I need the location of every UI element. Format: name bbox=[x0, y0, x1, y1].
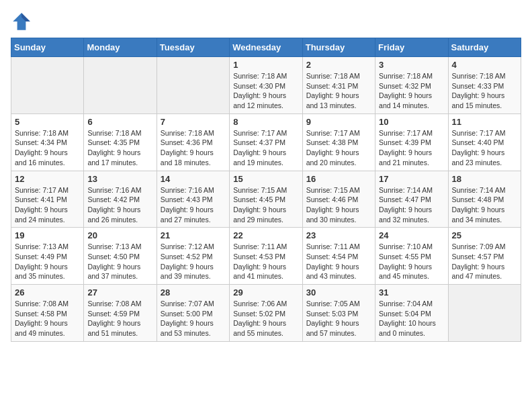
calendar-cell: 10Sunrise: 7:17 AM Sunset: 4:39 PM Dayli… bbox=[375, 113, 448, 171]
day-info: Sunrise: 7:08 AM Sunset: 4:58 PM Dayligh… bbox=[15, 299, 80, 338]
calendar-week-5: 26Sunrise: 7:08 AM Sunset: 4:58 PM Dayli… bbox=[11, 285, 521, 342]
calendar-cell: 30Sunrise: 7:05 AM Sunset: 5:03 PM Dayli… bbox=[302, 285, 375, 342]
day-info: Sunrise: 7:14 AM Sunset: 4:48 PM Dayligh… bbox=[452, 185, 517, 225]
day-number: 12 bbox=[15, 174, 80, 184]
day-number: 26 bbox=[15, 287, 80, 298]
day-number: 21 bbox=[161, 230, 226, 240]
day-number: 22 bbox=[233, 230, 298, 240]
calendar-cell: 14Sunrise: 7:16 AM Sunset: 4:43 PM Dayli… bbox=[157, 171, 229, 228]
day-info: Sunrise: 7:12 AM Sunset: 4:52 PM Dayligh… bbox=[161, 242, 226, 281]
day-info: Sunrise: 7:16 AM Sunset: 4:42 PM Dayligh… bbox=[87, 185, 152, 225]
calendar-cell: 12Sunrise: 7:17 AM Sunset: 4:41 PM Dayli… bbox=[11, 171, 84, 228]
day-info: Sunrise: 7:10 AM Sunset: 4:55 PM Dayligh… bbox=[379, 242, 444, 281]
weekday-header-monday: Monday bbox=[84, 38, 157, 57]
calendar-header bbox=[11, 11, 521, 32]
calendar-cell: 9Sunrise: 7:17 AM Sunset: 4:38 PM Daylig… bbox=[302, 113, 375, 171]
calendar-cell: 27Sunrise: 7:08 AM Sunset: 4:59 PM Dayli… bbox=[84, 285, 157, 342]
day-info: Sunrise: 7:18 AM Sunset: 4:31 PM Dayligh… bbox=[306, 71, 371, 111]
calendar-cell: 24Sunrise: 7:10 AM Sunset: 4:55 PM Dayli… bbox=[375, 228, 448, 285]
calendar-cell: 29Sunrise: 7:06 AM Sunset: 5:02 PM Dayli… bbox=[230, 285, 302, 342]
weekday-header-sunday: Sunday bbox=[11, 38, 84, 57]
calendar-cell bbox=[84, 57, 157, 114]
day-info: Sunrise: 7:13 AM Sunset: 4:50 PM Dayligh… bbox=[87, 242, 152, 281]
day-number: 9 bbox=[306, 117, 371, 127]
day-info: Sunrise: 7:18 AM Sunset: 4:32 PM Dayligh… bbox=[379, 71, 444, 111]
calendar-cell: 4Sunrise: 7:18 AM Sunset: 4:33 PM Daylig… bbox=[448, 57, 521, 114]
calendar-cell: 15Sunrise: 7:15 AM Sunset: 4:45 PM Dayli… bbox=[230, 171, 302, 228]
day-number: 8 bbox=[233, 117, 298, 127]
calendar-cell: 20Sunrise: 7:13 AM Sunset: 4:50 PM Dayli… bbox=[84, 228, 157, 285]
logo bbox=[11, 11, 35, 32]
day-number: 23 bbox=[306, 230, 371, 240]
calendar-week-1: 1Sunrise: 7:18 AM Sunset: 4:30 PM Daylig… bbox=[11, 57, 521, 114]
calendar-week-4: 19Sunrise: 7:13 AM Sunset: 4:49 PM Dayli… bbox=[11, 228, 521, 285]
day-info: Sunrise: 7:18 AM Sunset: 4:34 PM Dayligh… bbox=[15, 128, 80, 168]
day-number: 30 bbox=[306, 287, 371, 298]
day-number: 13 bbox=[87, 174, 152, 184]
calendar-cell bbox=[157, 57, 229, 114]
calendar-cell: 3Sunrise: 7:18 AM Sunset: 4:32 PM Daylig… bbox=[375, 57, 448, 114]
day-number: 15 bbox=[233, 174, 298, 184]
day-info: Sunrise: 7:17 AM Sunset: 4:37 PM Dayligh… bbox=[233, 128, 298, 168]
day-number: 31 bbox=[379, 287, 444, 298]
day-number: 5 bbox=[15, 117, 80, 127]
day-number: 14 bbox=[161, 174, 226, 184]
calendar-cell: 25Sunrise: 7:09 AM Sunset: 4:57 PM Dayli… bbox=[448, 228, 521, 285]
day-info: Sunrise: 7:17 AM Sunset: 4:41 PM Dayligh… bbox=[15, 185, 80, 225]
day-info: Sunrise: 7:15 AM Sunset: 4:46 PM Dayligh… bbox=[306, 185, 371, 225]
calendar-week-3: 12Sunrise: 7:17 AM Sunset: 4:41 PM Dayli… bbox=[11, 171, 521, 228]
day-number: 3 bbox=[379, 60, 444, 70]
day-info: Sunrise: 7:13 AM Sunset: 4:49 PM Dayligh… bbox=[15, 242, 80, 281]
day-info: Sunrise: 7:18 AM Sunset: 4:33 PM Dayligh… bbox=[452, 71, 517, 111]
day-info: Sunrise: 7:17 AM Sunset: 4:39 PM Dayligh… bbox=[379, 128, 444, 168]
calendar-cell: 16Sunrise: 7:15 AM Sunset: 4:46 PM Dayli… bbox=[302, 171, 375, 228]
day-info: Sunrise: 7:14 AM Sunset: 4:47 PM Dayligh… bbox=[379, 185, 444, 225]
calendar-cell bbox=[11, 57, 84, 114]
calendar-week-2: 5Sunrise: 7:18 AM Sunset: 4:34 PM Daylig… bbox=[11, 113, 521, 171]
day-number: 18 bbox=[452, 174, 517, 184]
day-info: Sunrise: 7:09 AM Sunset: 4:57 PM Dayligh… bbox=[452, 242, 517, 281]
calendar-cell bbox=[448, 285, 521, 342]
calendar-cell: 31Sunrise: 7:04 AM Sunset: 5:04 PM Dayli… bbox=[375, 285, 448, 342]
day-number: 28 bbox=[161, 287, 226, 298]
weekday-header-friday: Friday bbox=[375, 38, 448, 57]
calendar-cell: 6Sunrise: 7:18 AM Sunset: 4:35 PM Daylig… bbox=[84, 113, 157, 171]
weekday-header-wednesday: Wednesday bbox=[230, 38, 302, 57]
calendar-cell: 28Sunrise: 7:07 AM Sunset: 5:00 PM Dayli… bbox=[157, 285, 229, 342]
day-number: 20 bbox=[87, 230, 152, 240]
calendar-cell: 8Sunrise: 7:17 AM Sunset: 4:37 PM Daylig… bbox=[230, 113, 302, 171]
day-number: 25 bbox=[452, 230, 517, 240]
calendar-cell: 26Sunrise: 7:08 AM Sunset: 4:58 PM Dayli… bbox=[11, 285, 84, 342]
day-number: 2 bbox=[306, 60, 371, 70]
calendar-cell: 19Sunrise: 7:13 AM Sunset: 4:49 PM Dayli… bbox=[11, 228, 84, 285]
day-number: 7 bbox=[161, 117, 226, 127]
day-info: Sunrise: 7:17 AM Sunset: 4:40 PM Dayligh… bbox=[452, 128, 517, 168]
calendar-cell: 22Sunrise: 7:11 AM Sunset: 4:53 PM Dayli… bbox=[230, 228, 302, 285]
day-info: Sunrise: 7:06 AM Sunset: 5:02 PM Dayligh… bbox=[233, 299, 298, 338]
day-info: Sunrise: 7:17 AM Sunset: 4:38 PM Dayligh… bbox=[306, 128, 371, 168]
calendar-cell: 17Sunrise: 7:14 AM Sunset: 4:47 PM Dayli… bbox=[375, 171, 448, 228]
day-info: Sunrise: 7:15 AM Sunset: 4:45 PM Dayligh… bbox=[233, 185, 298, 225]
day-number: 24 bbox=[379, 230, 444, 240]
calendar-cell: 21Sunrise: 7:12 AM Sunset: 4:52 PM Dayli… bbox=[157, 228, 229, 285]
day-info: Sunrise: 7:04 AM Sunset: 5:04 PM Dayligh… bbox=[379, 299, 444, 338]
day-number: 17 bbox=[379, 174, 444, 184]
calendar-cell: 2Sunrise: 7:18 AM Sunset: 4:31 PM Daylig… bbox=[302, 57, 375, 114]
calendar-cell: 23Sunrise: 7:11 AM Sunset: 4:54 PM Dayli… bbox=[302, 228, 375, 285]
day-number: 10 bbox=[379, 117, 444, 127]
day-number: 27 bbox=[87, 287, 152, 298]
calendar-cell: 1Sunrise: 7:18 AM Sunset: 4:30 PM Daylig… bbox=[230, 57, 302, 114]
day-info: Sunrise: 7:08 AM Sunset: 4:59 PM Dayligh… bbox=[87, 299, 152, 338]
calendar-cell: 18Sunrise: 7:14 AM Sunset: 4:48 PM Dayli… bbox=[448, 171, 521, 228]
day-info: Sunrise: 7:18 AM Sunset: 4:30 PM Dayligh… bbox=[233, 71, 298, 111]
day-info: Sunrise: 7:11 AM Sunset: 4:54 PM Dayligh… bbox=[306, 242, 371, 281]
logo-icon bbox=[11, 11, 32, 32]
day-number: 29 bbox=[233, 287, 298, 298]
day-number: 16 bbox=[306, 174, 371, 184]
day-number: 1 bbox=[233, 60, 298, 70]
day-number: 11 bbox=[452, 117, 517, 127]
weekday-header-tuesday: Tuesday bbox=[157, 38, 229, 57]
calendar-cell: 13Sunrise: 7:16 AM Sunset: 4:42 PM Dayli… bbox=[84, 171, 157, 228]
day-info: Sunrise: 7:16 AM Sunset: 4:43 PM Dayligh… bbox=[161, 185, 226, 225]
calendar-cell: 5Sunrise: 7:18 AM Sunset: 4:34 PM Daylig… bbox=[11, 113, 84, 171]
